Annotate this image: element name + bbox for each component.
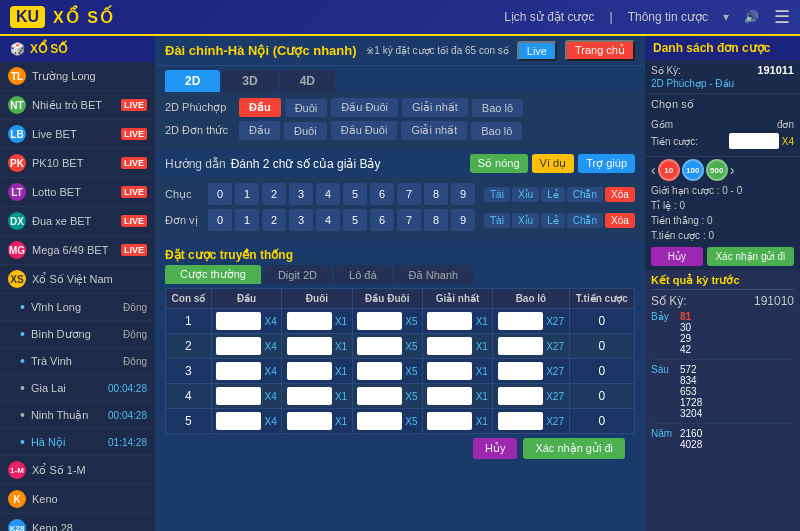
tab-da-nhanh[interactable]: Đã Nhanh xyxy=(394,265,474,284)
baolo-btn-donthu[interactable]: Bao lô xyxy=(471,122,522,140)
next-chip-arrow[interactable]: › xyxy=(730,162,735,178)
baolo-input-1[interactable] xyxy=(498,337,543,355)
donvi-num-3[interactable]: 3 xyxy=(289,209,313,231)
tro-giup-button[interactable]: Trợ giúp xyxy=(578,154,635,173)
baolo-input-3[interactable] xyxy=(498,387,543,405)
giainheat-input-3[interactable] xyxy=(427,387,472,405)
chuc-chan-btn[interactable]: Chẵn xyxy=(567,187,603,202)
huy-button-right[interactable]: Hủy xyxy=(651,247,703,266)
duoi-input-0[interactable] xyxy=(287,312,332,330)
donvi-num-7[interactable]: 7 xyxy=(397,209,421,231)
vi-du-button[interactable]: Ví dụ xyxy=(532,154,575,173)
baolo-btn-phuchop[interactable]: Bao lô xyxy=(472,99,523,117)
tien-cuoc-input[interactable] xyxy=(729,133,779,149)
so-nong-button[interactable]: Số nóng xyxy=(470,154,528,173)
history-link[interactable]: Lịch sử đặt cược xyxy=(504,10,594,24)
dau-input-0[interactable] xyxy=(216,312,261,330)
dau-btn-phuchop[interactable]: Đầu xyxy=(239,98,281,117)
dau-input-1[interactable] xyxy=(216,337,261,355)
donvi-le-btn[interactable]: Lẻ xyxy=(541,213,565,228)
chip-100[interactable]: 100 xyxy=(682,159,704,181)
dau-input-3[interactable] xyxy=(216,387,261,405)
account-link[interactable]: Thông tin cược xyxy=(628,10,708,24)
chuc-num-5[interactable]: 5 xyxy=(343,183,367,205)
live-button[interactable]: Live xyxy=(517,41,557,61)
sidebar-item-nhieu-tro[interactable]: NT Nhiều trò BET LIVE xyxy=(0,91,155,120)
duoi-input-4[interactable] xyxy=(287,412,332,430)
duoi-btn-donthu[interactable]: Đuôi xyxy=(284,122,327,140)
donvi-xoa-btn[interactable]: Xóa xyxy=(605,213,635,228)
chip-10[interactable]: 10 xyxy=(658,159,680,181)
duoi-input-2[interactable] xyxy=(287,362,332,380)
giainheat-btn-phuchop[interactable]: Giải nhất xyxy=(402,98,468,117)
donvi-num-6[interactable]: 6 xyxy=(370,209,394,231)
sidebar-item-mega[interactable]: MG Mega 6/49 BET LIVE xyxy=(0,236,155,265)
tab-lo-da[interactable]: Lô đá xyxy=(334,265,392,284)
trang-chu-button[interactable]: Trang chủ xyxy=(565,40,635,61)
donvi-tai-btn[interactable]: Tài xyxy=(484,213,510,228)
tab-4d[interactable]: 4D xyxy=(280,70,335,92)
dau-input-2[interactable] xyxy=(216,362,261,380)
dauduoi-input-4[interactable] xyxy=(357,412,402,430)
giainheat-input-1[interactable] xyxy=(427,337,472,355)
sidebar-item-binh-duong[interactable]: • Bình Dương Đông xyxy=(0,321,155,348)
sidebar-item-gia-lai[interactable]: • Gia Lai 00:04:28 xyxy=(0,375,155,402)
chuc-xiu-btn[interactable]: Xỉu xyxy=(512,187,539,202)
donvi-num-4[interactable]: 4 xyxy=(316,209,340,231)
xac-nhan-button-trad[interactable]: Xác nhận gửi đi xyxy=(523,438,625,459)
chuc-num-6[interactable]: 6 xyxy=(370,183,394,205)
chuc-le-btn[interactable]: Lẻ xyxy=(541,187,565,202)
chuc-num-0[interactable]: 0 xyxy=(208,183,232,205)
donvi-num-9[interactable]: 9 xyxy=(451,209,475,231)
duoi-input-3[interactable] xyxy=(287,387,332,405)
tab-cuoc-thuong[interactable]: Cược thường xyxy=(165,265,261,284)
sidebar-item-ninh-thuan[interactable]: • Ninh Thuận 00:04:28 xyxy=(0,402,155,429)
baolo-input-4[interactable] xyxy=(498,412,543,430)
chuc-xoa-btn[interactable]: Xóa xyxy=(605,187,635,202)
chuc-num-2[interactable]: 2 xyxy=(262,183,286,205)
donvi-chan-btn[interactable]: Chẵn xyxy=(567,213,603,228)
donvi-num-0[interactable]: 0 xyxy=(208,209,232,231)
dau-input-4[interactable] xyxy=(216,412,261,430)
sidebar-item-tra-vinh[interactable]: • Trà Vinh Đông xyxy=(0,348,155,375)
volume-icon[interactable]: 🔊 xyxy=(744,10,759,24)
sidebar-item-truong-long[interactable]: TL Trường Long xyxy=(0,62,155,91)
sidebar-item-dua-xe[interactable]: DX Đua xe BET LIVE xyxy=(0,207,155,236)
dauduoi-input-1[interactable] xyxy=(357,337,402,355)
chuc-num-1[interactable]: 1 xyxy=(235,183,259,205)
sidebar-item-xoso-vn[interactable]: XS Xổ Số Việt Nam xyxy=(0,265,155,294)
giainheat-input-0[interactable] xyxy=(427,312,472,330)
chuc-tai-btn[interactable]: Tài xyxy=(484,187,510,202)
tab-2d[interactable]: 2D xyxy=(165,70,220,92)
xac-nhan-button-right[interactable]: Xác nhận gửi đi xyxy=(707,247,794,266)
donvi-num-8[interactable]: 8 xyxy=(424,209,448,231)
dauduoi-btn-donthu[interactable]: Đầu Đuôi xyxy=(331,121,398,140)
chuc-num-9[interactable]: 9 xyxy=(451,183,475,205)
chip-500[interactable]: 500 xyxy=(706,159,728,181)
dauduoi-btn-phuchop[interactable]: Đầu Đuôi xyxy=(331,98,398,117)
sidebar-item-keno[interactable]: K Keno xyxy=(0,485,155,514)
sidebar-item-lotto-bet[interactable]: LT Lotto BET LIVE xyxy=(0,178,155,207)
sidebar-item-ha-noi[interactable]: • Hà Nội 01:14:28 xyxy=(0,429,155,456)
prev-chip-arrow[interactable]: ‹ xyxy=(651,162,656,178)
duoi-input-1[interactable] xyxy=(287,337,332,355)
sidebar-item-xoso-1m[interactable]: 1-M Xổ Số 1-M xyxy=(0,456,155,485)
donvi-num-2[interactable]: 2 xyxy=(262,209,286,231)
chuc-num-8[interactable]: 8 xyxy=(424,183,448,205)
donvi-xiu-btn[interactable]: Xỉu xyxy=(512,213,539,228)
dauduoi-input-0[interactable] xyxy=(357,312,402,330)
chuc-num-3[interactable]: 3 xyxy=(289,183,313,205)
sidebar-item-keno28[interactable]: K28 Keno 28 xyxy=(0,514,155,531)
dau-btn-donthu[interactable]: Đầu xyxy=(239,121,280,140)
baolo-input-0[interactable] xyxy=(498,312,543,330)
tab-digit-2d[interactable]: Digit 2D xyxy=(263,265,332,284)
tab-3d[interactable]: 3D xyxy=(222,70,277,92)
baolo-input-2[interactable] xyxy=(498,362,543,380)
donvi-num-1[interactable]: 1 xyxy=(235,209,259,231)
sidebar-item-pk10[interactable]: PK PK10 BET LIVE xyxy=(0,149,155,178)
giainheat-input-2[interactable] xyxy=(427,362,472,380)
donvi-num-5[interactable]: 5 xyxy=(343,209,367,231)
menu-icon[interactable]: ☰ xyxy=(774,6,790,28)
sidebar-item-vinh-long[interactable]: • Vĩnh Long Đông xyxy=(0,294,155,321)
dauduoi-input-3[interactable] xyxy=(357,387,402,405)
